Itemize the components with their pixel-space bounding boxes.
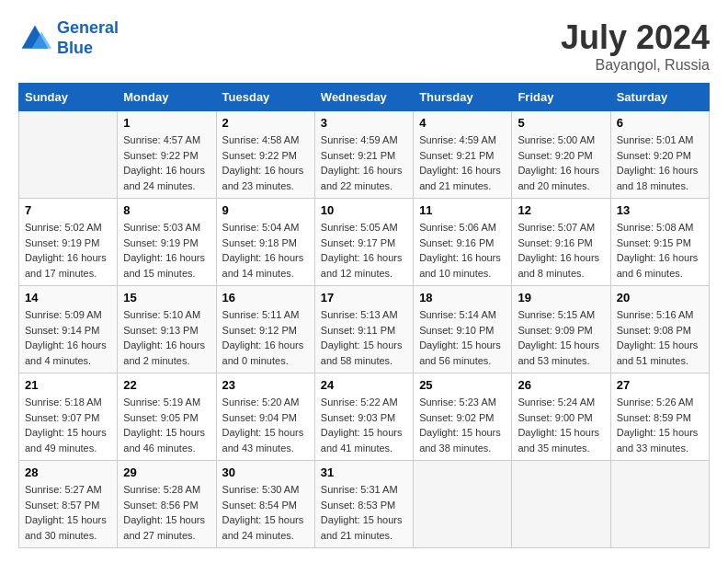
day-cell: 1Sunrise: 4:57 AMSunset: 9:22 PMDaylight… xyxy=(118,111,216,199)
day-info: Sunrise: 5:23 AMSunset: 9:02 PMDaylight:… xyxy=(419,395,506,455)
day-number: 9 xyxy=(222,203,309,217)
day-cell: 10Sunrise: 5:05 AMSunset: 9:17 PMDayligh… xyxy=(314,199,413,286)
day-cell: 27Sunrise: 5:26 AMSunset: 8:59 PMDayligh… xyxy=(610,373,709,461)
day-number: 15 xyxy=(123,291,210,304)
day-cell: 6Sunrise: 5:01 AMSunset: 9:20 PMDaylight… xyxy=(610,111,709,199)
day-cell: 28Sunrise: 5:27 AMSunset: 8:57 PMDayligh… xyxy=(19,461,118,548)
day-header-friday: Friday xyxy=(512,84,610,111)
day-info: Sunrise: 5:10 AMSunset: 9:13 PMDaylight:… xyxy=(123,307,210,368)
day-info: Sunrise: 5:20 AMSunset: 9:04 PMDaylight:… xyxy=(222,395,309,455)
day-number: 14 xyxy=(25,291,111,304)
day-cell: 12Sunrise: 5:07 AMSunset: 9:16 PMDayligh… xyxy=(512,199,610,286)
page-header: General Blue July 2024 Bayangol, Russia xyxy=(18,18,710,74)
day-number: 17 xyxy=(321,291,407,304)
day-number: 2 xyxy=(222,116,309,130)
day-info: Sunrise: 5:31 AMSunset: 8:53 PMDaylight:… xyxy=(321,482,407,543)
day-info: Sunrise: 5:24 AMSunset: 9:00 PMDaylight:… xyxy=(518,395,604,455)
day-info: Sunrise: 5:04 AMSunset: 9:18 PMDaylight:… xyxy=(222,220,309,281)
day-number: 19 xyxy=(518,291,604,304)
day-cell xyxy=(414,461,512,548)
day-number: 26 xyxy=(518,378,604,392)
day-number: 27 xyxy=(617,378,703,392)
day-cell: 5Sunrise: 5:00 AMSunset: 9:20 PMDaylight… xyxy=(512,111,610,199)
day-info: Sunrise: 5:28 AMSunset: 8:56 PMDaylight:… xyxy=(123,482,210,543)
calendar-table: SundayMondayTuesdayWednesdayThursdayFrid… xyxy=(18,83,710,548)
day-number: 25 xyxy=(419,378,506,392)
logo-line2: Blue xyxy=(57,39,93,57)
day-cell: 26Sunrise: 5:24 AMSunset: 9:00 PMDayligh… xyxy=(512,373,610,461)
day-info: Sunrise: 5:30 AMSunset: 8:54 PMDaylight:… xyxy=(222,482,309,543)
day-header-saturday: Saturday xyxy=(610,84,709,111)
day-cell: 31Sunrise: 5:31 AMSunset: 8:53 PMDayligh… xyxy=(314,461,413,548)
day-cell: 20Sunrise: 5:16 AMSunset: 9:08 PMDayligh… xyxy=(610,286,709,373)
day-number: 11 xyxy=(419,203,506,217)
day-number: 20 xyxy=(617,291,703,304)
day-number: 7 xyxy=(25,203,111,217)
week-row-3: 14Sunrise: 5:09 AMSunset: 9:14 PMDayligh… xyxy=(19,286,710,373)
day-info: Sunrise: 5:00 AMSunset: 9:20 PMDaylight:… xyxy=(518,132,604,193)
day-header-wednesday: Wednesday xyxy=(314,84,413,111)
logo-line1: General xyxy=(57,18,119,37)
day-info: Sunrise: 4:57 AMSunset: 9:22 PMDaylight:… xyxy=(123,132,210,193)
day-info: Sunrise: 5:06 AMSunset: 9:16 PMDaylight:… xyxy=(419,220,506,281)
day-info: Sunrise: 5:01 AMSunset: 9:20 PMDaylight:… xyxy=(617,132,703,193)
day-cell: 30Sunrise: 5:30 AMSunset: 8:54 PMDayligh… xyxy=(216,461,314,548)
day-info: Sunrise: 5:15 AMSunset: 9:09 PMDaylight:… xyxy=(518,307,604,368)
day-info: Sunrise: 4:58 AMSunset: 9:22 PMDaylight:… xyxy=(222,132,309,193)
day-number: 10 xyxy=(321,203,407,217)
day-cell: 2Sunrise: 4:58 AMSunset: 9:22 PMDaylight… xyxy=(216,111,314,199)
day-number: 21 xyxy=(25,378,111,392)
day-number: 31 xyxy=(321,465,407,479)
day-info: Sunrise: 5:19 AMSunset: 9:05 PMDaylight:… xyxy=(123,395,210,455)
day-cell: 11Sunrise: 5:06 AMSunset: 9:16 PMDayligh… xyxy=(414,199,512,286)
day-info: Sunrise: 4:59 AMSunset: 9:21 PMDaylight:… xyxy=(419,132,506,193)
day-cell: 16Sunrise: 5:11 AMSunset: 9:12 PMDayligh… xyxy=(216,286,314,373)
day-info: Sunrise: 5:11 AMSunset: 9:12 PMDaylight:… xyxy=(222,307,309,368)
day-number: 1 xyxy=(123,116,210,130)
day-cell: 4Sunrise: 4:59 AMSunset: 9:21 PMDaylight… xyxy=(414,111,512,199)
day-cell: 23Sunrise: 5:20 AMSunset: 9:04 PMDayligh… xyxy=(216,373,314,461)
day-header-tuesday: Tuesday xyxy=(216,84,314,111)
calendar-subtitle: Bayangol, Russia xyxy=(561,57,710,74)
title-block: July 2024 Bayangol, Russia xyxy=(561,18,710,74)
day-cell: 24Sunrise: 5:22 AMSunset: 9:03 PMDayligh… xyxy=(314,373,413,461)
day-number: 22 xyxy=(123,378,210,392)
day-cell: 17Sunrise: 5:13 AMSunset: 9:11 PMDayligh… xyxy=(314,286,413,373)
day-info: Sunrise: 5:18 AMSunset: 9:07 PMDaylight:… xyxy=(25,395,111,455)
day-number: 6 xyxy=(617,116,703,130)
header-row: SundayMondayTuesdayWednesdayThursdayFrid… xyxy=(19,84,710,111)
day-info: Sunrise: 5:26 AMSunset: 8:59 PMDaylight:… xyxy=(617,395,703,455)
day-number: 8 xyxy=(123,203,210,217)
day-cell xyxy=(610,461,709,548)
day-number: 3 xyxy=(321,116,407,130)
day-cell: 15Sunrise: 5:10 AMSunset: 9:13 PMDayligh… xyxy=(118,286,216,373)
day-info: Sunrise: 5:03 AMSunset: 9:19 PMDaylight:… xyxy=(123,220,210,281)
day-cell: 7Sunrise: 5:02 AMSunset: 9:19 PMDaylight… xyxy=(19,199,118,286)
day-cell: 9Sunrise: 5:04 AMSunset: 9:18 PMDaylight… xyxy=(216,199,314,286)
day-info: Sunrise: 5:07 AMSunset: 9:16 PMDaylight:… xyxy=(518,220,604,281)
day-info: Sunrise: 5:14 AMSunset: 9:10 PMDaylight:… xyxy=(419,307,506,368)
day-cell: 29Sunrise: 5:28 AMSunset: 8:56 PMDayligh… xyxy=(118,461,216,548)
day-cell: 8Sunrise: 5:03 AMSunset: 9:19 PMDaylight… xyxy=(118,199,216,286)
week-row-1: 1Sunrise: 4:57 AMSunset: 9:22 PMDaylight… xyxy=(19,111,710,199)
day-number: 18 xyxy=(419,291,506,304)
day-cell xyxy=(512,461,610,548)
week-row-2: 7Sunrise: 5:02 AMSunset: 9:19 PMDaylight… xyxy=(19,199,710,286)
day-header-sunday: Sunday xyxy=(19,84,118,111)
day-info: Sunrise: 5:09 AMSunset: 9:14 PMDaylight:… xyxy=(25,307,111,368)
day-info: Sunrise: 5:13 AMSunset: 9:11 PMDaylight:… xyxy=(321,307,407,368)
day-header-thursday: Thursday xyxy=(414,84,512,111)
logo-text: General Blue xyxy=(57,18,119,58)
day-number: 28 xyxy=(25,465,111,479)
day-header-monday: Monday xyxy=(118,84,216,111)
day-info: Sunrise: 5:08 AMSunset: 9:15 PMDaylight:… xyxy=(617,220,703,281)
day-number: 16 xyxy=(222,291,309,304)
calendar-title: July 2024 xyxy=(561,18,710,57)
week-row-4: 21Sunrise: 5:18 AMSunset: 9:07 PMDayligh… xyxy=(19,373,710,461)
day-info: Sunrise: 4:59 AMSunset: 9:21 PMDaylight:… xyxy=(321,132,407,193)
day-cell: 13Sunrise: 5:08 AMSunset: 9:15 PMDayligh… xyxy=(610,199,709,286)
day-cell: 25Sunrise: 5:23 AMSunset: 9:02 PMDayligh… xyxy=(414,373,512,461)
week-row-5: 28Sunrise: 5:27 AMSunset: 8:57 PMDayligh… xyxy=(19,461,710,548)
day-cell: 22Sunrise: 5:19 AMSunset: 9:05 PMDayligh… xyxy=(118,373,216,461)
day-info: Sunrise: 5:05 AMSunset: 9:17 PMDaylight:… xyxy=(321,220,407,281)
